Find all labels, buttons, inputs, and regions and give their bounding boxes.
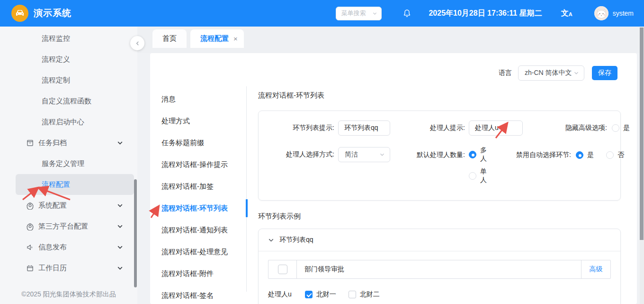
sidebar-item-system-config[interactable]: 系统配置 bbox=[0, 195, 137, 216]
nav-item-handle-mode[interactable]: 处理方式 bbox=[161, 110, 246, 132]
language-label: 语言 bbox=[499, 69, 512, 77]
chevron-down-icon bbox=[379, 152, 385, 157]
settings-panel: 流程对话框-环节列表 环节列表提示: 处理人提示: bbox=[247, 86, 637, 292]
gear-icon bbox=[26, 222, 34, 230]
tab-home[interactable]: 首页 bbox=[152, 29, 187, 48]
sidebar-item-process-customize[interactable]: 流程定制 bbox=[0, 70, 137, 91]
hide-advanced-label: 隐藏高级选项: bbox=[535, 124, 607, 132]
sidebar-item-process-config[interactable]: 流程配置 bbox=[16, 174, 134, 195]
assignee-row: 处理人u 北财一 北财二 bbox=[268, 290, 611, 299]
avatar[interactable] bbox=[594, 6, 608, 20]
nav-item-dialog-step-list[interactable]: 流程对话框-环节列表 bbox=[161, 197, 246, 219]
chevron-down-icon bbox=[268, 237, 274, 243]
step-list-form-card: 环节列表提示: 处理人提示: 隐藏高级选项: bbox=[258, 111, 621, 201]
app-title: 演示系统 bbox=[34, 7, 72, 19]
step-list-hint-label: 环节列表提示: bbox=[268, 124, 334, 132]
radio-icon bbox=[606, 151, 614, 159]
car-icon bbox=[15, 8, 25, 18]
sidebar-item-process-definition[interactable]: 流程定义 bbox=[0, 49, 137, 70]
step-checkbox[interactable] bbox=[278, 265, 287, 274]
example-collapse-header[interactable]: 环节列表qq bbox=[259, 229, 620, 251]
step-row: 部门领导审批 高级 bbox=[268, 260, 611, 279]
chevron-down-icon bbox=[117, 140, 123, 146]
sidebar-item-task-archive[interactable]: 任务归档 bbox=[0, 132, 137, 153]
nav-item-dialog-countersign[interactable]: 流程对话框-加签 bbox=[161, 175, 246, 197]
step-list-hint-input[interactable] bbox=[338, 120, 390, 136]
nav-item-dialog-opinion[interactable]: 流程对话框-处理意见 bbox=[161, 241, 246, 263]
select-mode-label: 处理人选择方式: bbox=[268, 150, 334, 159]
sidebar-item-service-definition[interactable]: 服务定义管理 bbox=[0, 153, 137, 174]
radio-icon bbox=[469, 172, 476, 180]
disable-auto-radio-no[interactable]: 否 bbox=[606, 151, 624, 159]
nav-item-dialog-attachment[interactable]: 流程对话框-附件 bbox=[161, 263, 246, 285]
checkbox-unchecked-icon bbox=[349, 291, 356, 298]
sidebar-item-work-calendar[interactable]: 工作日历 bbox=[0, 258, 137, 278]
advanced-link[interactable]: 高级 bbox=[590, 265, 603, 274]
step-list-example-card: 环节列表qq 部门领导审批 高级 bbox=[258, 229, 621, 304]
nav-item-dialog-operation-hint[interactable]: 流程对话框-操作提示 bbox=[161, 154, 246, 175]
assignee-hint-label: 处理人提示: bbox=[404, 124, 465, 132]
default-count-radio-single[interactable]: 单人 bbox=[469, 167, 487, 184]
select-mode-select[interactable]: 简洁 bbox=[338, 147, 390, 162]
hide-advanced-radio-yes[interactable]: 是 bbox=[612, 124, 630, 132]
tab-bar: 首页 流程配置 × bbox=[137, 27, 644, 53]
assignee-checkbox-beicai1[interactable]: 北财一 bbox=[305, 290, 336, 299]
disable-auto-label: 禁用自动选择环节: bbox=[499, 151, 571, 159]
sidebar-scrollbar[interactable] bbox=[134, 179, 137, 287]
header-datetime: 2025年10月28日 17:36:11 星期二 bbox=[429, 9, 542, 18]
example-collapse-title: 环节列表qq bbox=[279, 236, 313, 244]
chevron-down-icon bbox=[117, 203, 123, 209]
calendar-icon bbox=[26, 264, 34, 272]
copyright-footer: ©2025 阳光集团体验技术部出品 bbox=[0, 290, 137, 299]
radio-icon bbox=[469, 151, 476, 158]
chevron-down-icon bbox=[117, 265, 123, 271]
section-title-step-list: 流程对话框-环节列表 bbox=[258, 91, 621, 100]
window-scrollbar-thumb[interactable] bbox=[640, 28, 644, 240]
radio-icon bbox=[576, 151, 583, 159]
sidebar-item-process-monitor[interactable]: 流程监控 bbox=[0, 28, 137, 49]
sidebar-item-third-party-config[interactable]: 第三方平台配置 bbox=[0, 216, 137, 237]
nav-item-message[interactable]: 消息 bbox=[161, 88, 246, 110]
notification-button[interactable] bbox=[402, 9, 411, 18]
language-select[interactable]: zh-CN 简体中文 bbox=[518, 65, 584, 81]
speaker-icon bbox=[26, 243, 34, 251]
username: system bbox=[613, 9, 634, 17]
menu-search-select[interactable]: 菜单搜索 bbox=[336, 7, 382, 20]
chevron-down-icon bbox=[117, 244, 123, 250]
radio-icon bbox=[612, 124, 619, 132]
sidebar-item-info-publish[interactable]: 信息发布 bbox=[0, 237, 137, 258]
cat-avatar-icon bbox=[594, 6, 608, 20]
default-count-radio-multi[interactable]: 多人 bbox=[469, 146, 487, 163]
language-switch-button[interactable]: 文A bbox=[561, 9, 572, 18]
app-header: 演示系统 菜单搜索 2025年10月28日 17:36:11 星期二 文A s bbox=[0, 0, 644, 27]
save-button[interactable]: 保存 bbox=[592, 66, 617, 80]
sidebar: 流程监控 流程定义 流程定制 自定义流程函数 流程启动中心 任务归档 服务定义管… bbox=[0, 27, 137, 304]
close-icon[interactable]: × bbox=[233, 35, 238, 43]
window-scrollbar[interactable] bbox=[640, 27, 644, 304]
archive-icon bbox=[26, 138, 34, 147]
gear-icon bbox=[26, 201, 34, 210]
disable-auto-radio-yes[interactable]: 是 bbox=[576, 151, 594, 159]
assignee-hint-input[interactable] bbox=[469, 120, 523, 136]
assignee-checkbox-beicai2[interactable]: 北财二 bbox=[349, 290, 380, 299]
toolbar: 语言 zh-CN 简体中文 保存 bbox=[161, 65, 637, 81]
checkbox-checked-icon bbox=[305, 291, 313, 298]
nav-item-dialog-notify-list[interactable]: 流程对话框-通知列表 bbox=[161, 219, 246, 241]
content-card: 语言 zh-CN 简体中文 保存 消息 处理方式 任务标题前缀 流程对话框-操作… bbox=[150, 53, 637, 304]
app-logo bbox=[11, 5, 28, 22]
sidebar-item-custom-functions[interactable]: 自定义流程函数 bbox=[0, 91, 137, 111]
translate-icon: 文 bbox=[561, 9, 569, 18]
menu-search-placeholder: 菜单搜索 bbox=[341, 9, 372, 18]
tab-process-config[interactable]: 流程配置 × bbox=[190, 29, 244, 48]
nav-item-task-title-prefix[interactable]: 任务标题前缀 bbox=[161, 132, 246, 154]
chevron-left-icon bbox=[135, 41, 140, 46]
assignee-label: 处理人u bbox=[268, 290, 292, 299]
step-name[interactable]: 部门领导审批 bbox=[297, 260, 581, 278]
chevron-down-icon bbox=[573, 70, 579, 76]
settings-nav: 消息 处理方式 任务标题前缀 流程对话框-操作提示 流程对话框-加签 流程对话框… bbox=[161, 86, 247, 292]
nav-item-dialog-signature[interactable]: 流程对话框-签名 bbox=[161, 285, 246, 304]
chevron-down-icon bbox=[372, 11, 377, 16]
sidebar-collapse-button[interactable] bbox=[130, 36, 144, 50]
default-count-label: 默认处理人数量: bbox=[404, 151, 465, 159]
sidebar-item-process-start-center[interactable]: 流程启动中心 bbox=[0, 111, 137, 132]
